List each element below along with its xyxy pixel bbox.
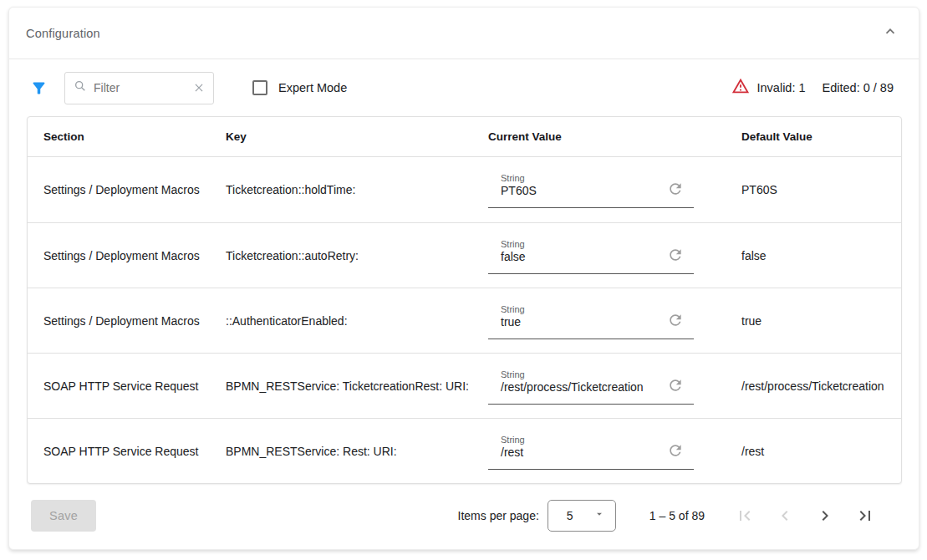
first-page-icon[interactable] <box>728 499 761 532</box>
warning-icon <box>731 77 750 99</box>
cell-current-value: String false <box>472 237 709 274</box>
cell-section: Settings / Deployment Macros <box>28 314 210 328</box>
current-value-field[interactable]: String /rest/process/Ticketcreation <box>488 368 694 405</box>
configuration-table: Section Key Current Value Default Value … <box>27 116 902 484</box>
filter-icon[interactable] <box>26 75 51 100</box>
table-body: Settings / Deployment Macros Ticketcreat… <box>28 157 901 483</box>
value-type-label: String <box>488 303 694 315</box>
current-value-input[interactable]: false <box>488 250 694 263</box>
cell-default-value: /rest <box>709 445 901 458</box>
cell-key: Ticketcreation::holdTime: <box>210 183 472 196</box>
value-type-label: String <box>488 171 694 184</box>
invalid-status: Invalid: 1 <box>731 77 806 99</box>
cell-key: Ticketcreation::autoRetry: <box>210 249 472 262</box>
pagination-controls <box>728 499 882 532</box>
cell-key: BPMN_RESTService: TicketcreationRest: UR… <box>210 379 472 393</box>
current-value-field[interactable]: String true <box>488 303 694 339</box>
table-header-row: Section Key Current Value Default Value <box>28 117 901 157</box>
cell-section: SOAP HTTP Service Request <box>28 379 210 393</box>
chevron-up-icon <box>883 24 898 42</box>
filter-input[interactable] <box>94 81 193 94</box>
expert-mode-toggle[interactable]: Expert Mode <box>252 80 347 95</box>
cell-default-value: /rest/process/Ticketcreation <box>709 379 901 393</box>
reset-to-default-icon[interactable] <box>667 181 684 197</box>
column-header-key: Key <box>210 130 472 143</box>
current-value-input[interactable]: /rest/process/Ticketcreation <box>488 380 694 394</box>
value-type-label: String <box>488 368 694 380</box>
reset-to-default-icon[interactable] <box>667 312 684 328</box>
cell-section: SOAP HTTP Service Request <box>28 445 210 458</box>
items-per-page-select[interactable]: 5 <box>548 500 616 532</box>
expert-mode-checkbox[interactable] <box>252 80 267 95</box>
invalid-count: Invalid: 1 <box>757 81 806 94</box>
panel-header: Configuration <box>9 8 919 59</box>
table-row: Settings / Deployment Macros Ticketcreat… <box>28 157 901 222</box>
cell-default-value: PT60S <box>709 183 901 196</box>
value-type-label: String <box>488 433 694 445</box>
column-header-section: Section <box>28 130 210 143</box>
configuration-panel: Configuration Expert Mode <box>8 7 919 550</box>
save-button[interactable]: Save <box>31 500 96 532</box>
column-header-default-value: Default Value <box>709 130 901 143</box>
collapse-panel-button[interactable] <box>879 22 902 45</box>
column-header-current-value: Current Value <box>472 130 709 143</box>
expert-mode-label: Expert Mode <box>278 81 347 94</box>
value-type-label: String <box>488 237 694 250</box>
chevron-down-icon <box>593 508 605 523</box>
current-value-field[interactable]: String false <box>488 237 694 274</box>
current-value-input[interactable]: true <box>488 315 694 328</box>
cell-default-value: true <box>709 314 901 328</box>
cell-current-value: String /rest/process/Ticketcreation <box>472 368 709 405</box>
table-row: Settings / Deployment Macros Ticketcreat… <box>28 222 901 288</box>
current-value-input[interactable]: PT60S <box>488 184 694 197</box>
status-group: Invalid: 1 Edited: 0 / 89 <box>731 77 903 99</box>
toolbar: Expert Mode Invalid: 1 Edited: 0 / 89 <box>9 59 919 116</box>
current-value-field[interactable]: String PT60S <box>488 171 694 208</box>
cell-current-value: String PT60S <box>472 171 709 208</box>
paginator: Items per page: 5 1 – 5 of 89 <box>458 499 882 532</box>
table-row: Settings / Deployment Macros ::Authentic… <box>28 288 901 353</box>
cell-section: Settings / Deployment Macros <box>28 183 210 196</box>
filter-field[interactable] <box>64 72 214 104</box>
cell-key: ::AuthenticatorEnabled: <box>210 314 472 328</box>
current-value-field[interactable]: String /rest <box>488 433 694 470</box>
reset-to-default-icon[interactable] <box>667 442 684 459</box>
page-range-label: 1 – 5 of 89 <box>649 509 705 522</box>
search-icon <box>74 79 87 96</box>
table-row: SOAP HTTP Service Request BPMN_RESTServi… <box>28 353 901 418</box>
reset-to-default-icon[interactable] <box>667 247 684 263</box>
previous-page-icon[interactable] <box>768 499 802 532</box>
cell-current-value: String true <box>472 303 709 339</box>
cell-default-value: false <box>709 249 901 262</box>
reset-to-default-icon[interactable] <box>667 377 684 394</box>
current-value-input[interactable]: /rest <box>488 445 694 459</box>
table-row: SOAP HTTP Service Request BPMN_RESTServi… <box>28 418 901 483</box>
page-title: Configuration <box>26 27 100 40</box>
footer: Save Items per page: 5 1 – 5 of 89 <box>9 482 919 549</box>
last-page-icon[interactable] <box>848 499 882 532</box>
cell-current-value: String /rest <box>472 433 709 470</box>
clear-filter-icon[interactable] <box>193 82 205 94</box>
next-page-icon[interactable] <box>808 499 842 532</box>
edited-count: Edited: 0 / 89 <box>823 81 894 94</box>
items-per-page-value: 5 <box>567 509 573 522</box>
cell-key: BPMN_RESTService: Rest: URI: <box>210 445 472 458</box>
items-per-page-label: Items per page: <box>458 509 539 522</box>
cell-section: Settings / Deployment Macros <box>28 249 210 262</box>
